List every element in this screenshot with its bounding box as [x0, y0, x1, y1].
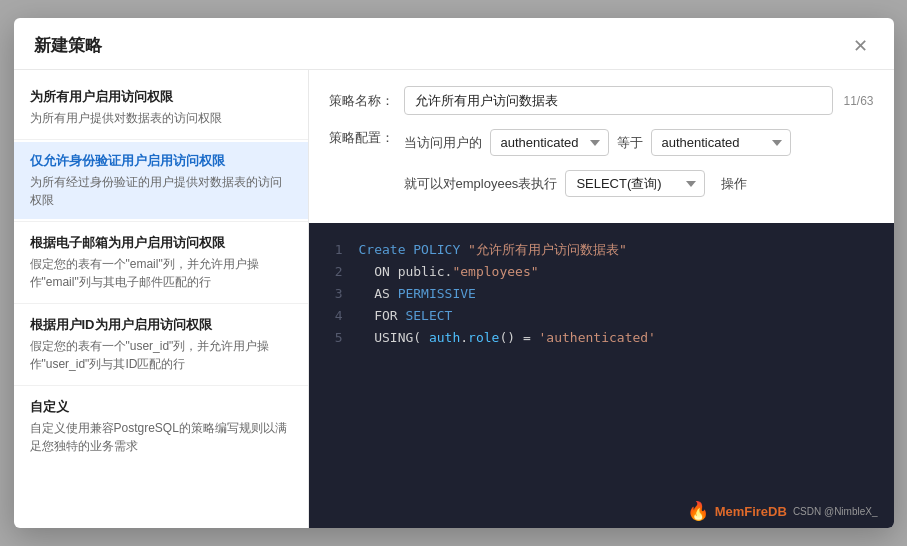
policy-item-title-userid-users: 根据用户ID为用户启用访问权限 [30, 316, 292, 334]
operation-row: 就可以对employees表执行 SELECT(查询) INSERT(新增) U… [404, 170, 874, 197]
policy-config-label: 策略配置： [329, 129, 394, 147]
logo-sub: CSDN @NimbleX_ [793, 506, 878, 517]
policy-item-desc-email-users: 假定您的表有一个"email"列，并允许用户操作"email"列与其电子邮件匹配… [30, 255, 292, 291]
policy-item-title-email-users: 根据电子邮箱为用户启用访问权限 [30, 234, 292, 252]
code-line-2: 2 ON public."employees" [329, 261, 874, 283]
policy-item-desc-auth-users: 为所有经过身份验证的用户提供对数据表的访问权限 [30, 173, 292, 209]
equals-label: 等于 [617, 134, 643, 152]
auth-value-select[interactable]: authenticated anon service_role [651, 129, 791, 156]
policy-item-desc-custom: 自定义使用兼容PostgreSQL的策略编写规则以满足您独特的业务需求 [30, 419, 292, 455]
policy-item-email-users[interactable]: 根据电子邮箱为用户启用访问权限假定您的表有一个"email"列，并允许用户操作"… [14, 224, 308, 301]
code-editor: 1Create POLICY "允许所有用户访问数据表"2 ON public.… [309, 223, 894, 494]
policy-divider [14, 139, 308, 140]
policy-name-input[interactable] [404, 86, 834, 115]
line-number: 3 [329, 283, 343, 305]
policy-divider [14, 221, 308, 222]
modal-title: 新建策略 [34, 34, 102, 57]
line-content: FOR SELECT [359, 305, 453, 327]
policy-item-title-custom: 自定义 [30, 398, 292, 416]
policy-item-userid-users[interactable]: 根据用户ID为用户启用访问权限假定您的表有一个"user_id"列，并允许用户操… [14, 306, 308, 383]
char-count: 11/63 [843, 94, 873, 108]
policy-item-desc-userid-users: 假定您的表有一个"user_id"列，并允许用户操作"user_id"列与其ID… [30, 337, 292, 373]
table-label: 就可以对employees表执行 [404, 175, 558, 193]
line-content: ON public."employees" [359, 261, 539, 283]
when-label: 当访问用户的 [404, 134, 482, 152]
policy-name-label: 策略名称： [329, 92, 394, 110]
code-line-1: 1Create POLICY "允许所有用户访问数据表" [329, 239, 874, 261]
config-row-1: 当访问用户的 角色 anon authenticated service_rol… [404, 129, 874, 156]
policy-item-custom[interactable]: 自定义自定义使用兼容PostgreSQL的策略编写规则以满足您独特的业务需求 [14, 388, 308, 465]
policy-item-all-users[interactable]: 为所有用户启用访问权限为所有用户提供对数据表的访问权限 [14, 78, 308, 137]
modal-dialog: 新建策略 ✕ 为所有用户启用访问权限为所有用户提供对数据表的访问权限仅允许身份验… [14, 18, 894, 528]
code-line-4: 4 FOR SELECT [329, 305, 874, 327]
select-operation-select[interactable]: SELECT(查询) INSERT(新增) UPDATE(更新) DELETE(… [565, 170, 705, 197]
form-section: 策略名称： 11/63 策略配置： 当访问用户的 角色 anon [309, 70, 894, 223]
line-number: 5 [329, 327, 343, 349]
modal-body: 为所有用户启用访问权限为所有用户提供对数据表的访问权限仅允许身份验证用户启用访问… [14, 70, 894, 528]
code-line-3: 3 AS PERMISSIVE [329, 283, 874, 305]
line-content: USING( auth.role() = 'authenticated' [359, 327, 656, 349]
logo-text: MemFireDB [715, 504, 787, 519]
policy-item-title-auth-users: 仅允许身份验证用户启用访问权限 [30, 152, 292, 170]
watermark-bar: 🔥 MemFireDB CSDN @NimbleX_ [309, 494, 894, 528]
line-number: 2 [329, 261, 343, 283]
code-line-5: 5 USING( auth.role() = 'authenticated' [329, 327, 874, 349]
operation-button[interactable]: 操作 [713, 171, 755, 197]
modal-close-button[interactable]: ✕ [847, 35, 874, 57]
policy-divider [14, 385, 308, 386]
modal-header: 新建策略 ✕ [14, 18, 894, 70]
policy-item-desc-all-users: 为所有用户提供对数据表的访问权限 [30, 109, 292, 127]
policy-item-title-all-users: 为所有用户启用访问权限 [30, 88, 292, 106]
modal-overlay: 新建策略 ✕ 为所有用户启用访问权限为所有用户提供对数据表的访问权限仅允许身份验… [0, 0, 907, 546]
policy-item-auth-users[interactable]: 仅允许身份验证用户启用访问权限为所有经过身份验证的用户提供对数据表的访问权限 [14, 142, 308, 219]
role-select[interactable]: 角色 anon authenticated service_role [490, 129, 609, 156]
line-number: 1 [329, 239, 343, 261]
policy-config-row: 策略配置： 当访问用户的 角色 anon authenticated servi… [329, 129, 874, 197]
line-content: AS PERMISSIVE [359, 283, 476, 305]
policy-name-row: 策略名称： 11/63 [329, 86, 874, 115]
policy-divider [14, 303, 308, 304]
left-panel: 为所有用户启用访问权限为所有用户提供对数据表的访问权限仅允许身份验证用户启用访问… [14, 70, 309, 528]
right-panel: 策略名称： 11/63 策略配置： 当访问用户的 角色 anon [309, 70, 894, 528]
line-number: 4 [329, 305, 343, 327]
line-content: Create POLICY "允许所有用户访问数据表" [359, 239, 627, 261]
